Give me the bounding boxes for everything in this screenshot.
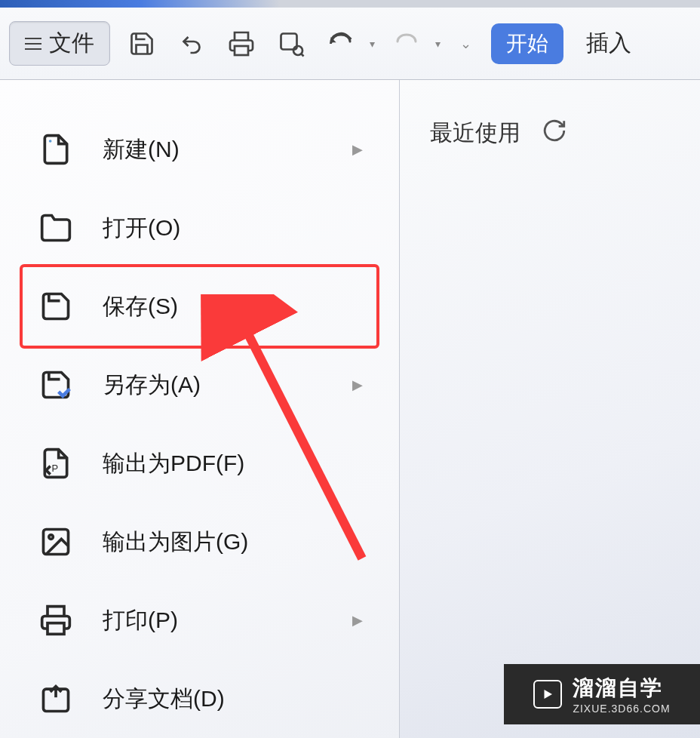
file-menu-panel: 新建(N) ▶ 打开(O) 保存(S) — [0, 80, 400, 738]
menu-label: 打开(O) — [103, 213, 180, 244]
menu-label: 分享文档(D) — [103, 684, 225, 715]
toolbar: 文件 ▾ — [0, 8, 700, 80]
menu-label: 新建(N) — [103, 134, 180, 165]
watermark-play-icon — [533, 680, 562, 709]
undo-dropdown-icon[interactable]: ▾ — [370, 38, 375, 50]
refresh-icon[interactable] — [542, 118, 567, 149]
menu-label: 输出为PDF(F) — [103, 448, 244, 479]
file-menu-button[interactable]: 文件 — [9, 21, 110, 66]
redo-dropdown-icon[interactable]: ▾ — [435, 38, 441, 50]
menu-item-export-image[interactable]: 输出为图片(G) — [23, 503, 376, 581]
chevron-right-icon: ▶ — [352, 612, 363, 629]
recent-header: 最近使用 — [430, 118, 670, 149]
menu-label: 输出为图片(G) — [103, 527, 248, 558]
svg-rect-0 — [235, 46, 248, 55]
share-icon — [38, 681, 74, 717]
start-tab-button[interactable]: 开始 — [491, 23, 563, 64]
save-toolbar-icon[interactable] — [124, 26, 160, 62]
hamburger-icon — [25, 38, 41, 50]
menu-label: 打印(P) — [103, 605, 178, 636]
chevron-right-icon: ▶ — [352, 377, 363, 393]
menu-item-new[interactable]: 新建(N) ▶ — [23, 110, 376, 189]
menu-item-export-pdf[interactable]: P 输出为PDF(F) — [23, 424, 376, 503]
watermark-subtitle: ZIXUE.3D66.COM — [573, 703, 670, 715]
svg-line-3 — [302, 54, 304, 56]
preview-toolbar-icon[interactable] — [273, 26, 309, 62]
menu-item-save[interactable]: 保存(S) — [20, 264, 379, 349]
undo-arrow-icon[interactable] — [173, 26, 210, 62]
folder-icon — [38, 210, 74, 246]
recent-panel: 最近使用 — [400, 80, 700, 738]
menu-label: 保存(S) — [103, 291, 178, 322]
recent-label: 最近使用 — [430, 118, 520, 149]
menu-item-print[interactable]: 打印(P) ▶ — [23, 581, 376, 660]
menu-label: 另存为(A) — [103, 370, 201, 401]
svg-marker-11 — [545, 690, 553, 699]
svg-text:P: P — [52, 463, 59, 474]
svg-point-4 — [49, 140, 52, 143]
chevron-right-icon: ▶ — [352, 141, 363, 158]
main-area: 新建(N) ▶ 打开(O) 保存(S) — [0, 80, 700, 738]
more-dropdown-icon[interactable]: ⌄ — [460, 35, 471, 52]
save-icon — [38, 288, 74, 324]
pdf-icon: P — [38, 445, 74, 481]
svg-rect-8 — [48, 623, 64, 635]
redo-icon[interactable] — [388, 26, 425, 62]
svg-point-2 — [293, 46, 302, 55]
new-doc-icon — [38, 131, 74, 168]
menu-item-save-as[interactable]: 另存为(A) ▶ — [23, 346, 376, 424]
title-bar-strip — [0, 0, 700, 8]
undo-icon[interactable] — [323, 26, 359, 62]
menu-item-open[interactable]: 打开(O) — [23, 189, 376, 267]
insert-tab[interactable]: 插入 — [586, 28, 631, 59]
file-button-label: 文件 — [49, 28, 94, 59]
save-as-icon — [38, 367, 74, 403]
menu-item-share[interactable]: 分享文档(D) — [23, 660, 376, 738]
svg-point-7 — [49, 535, 54, 540]
image-icon — [38, 524, 74, 560]
print-toolbar-icon[interactable] — [223, 26, 259, 62]
watermark-title: 溜溜自学 — [573, 674, 670, 703]
watermark: 溜溜自学 ZIXUE.3D66.COM — [504, 664, 700, 724]
print-icon — [38, 602, 74, 638]
